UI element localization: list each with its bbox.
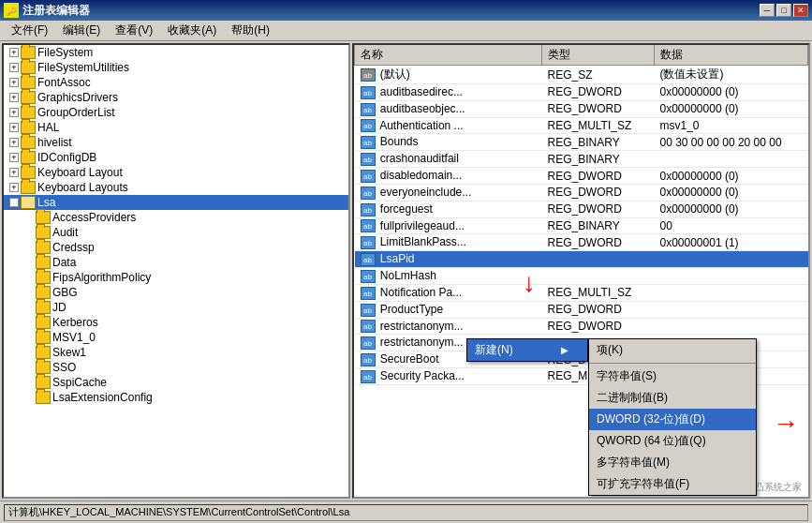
sub-ctx-item-string[interactable]: 字符串值(S) bbox=[589, 366, 756, 387]
table-row[interactable]: ab LimitBlankPass... REG_DWORD 0x0000000… bbox=[355, 234, 808, 251]
tree-item-gbg[interactable]: GBG bbox=[4, 285, 348, 300]
menu-favorites[interactable]: 收藏夹(A) bbox=[160, 21, 224, 40]
minimize-button[interactable]: ─ bbox=[760, 4, 775, 17]
tree-item-data[interactable]: Data bbox=[4, 255, 348, 270]
app-icon: 🔑 bbox=[4, 3, 19, 18]
tree-item-filesystemutils[interactable]: +FileSystemUtilities bbox=[4, 60, 348, 75]
sub-ctx-item-dword[interactable]: DWORD (32-位)值(D) bbox=[589, 409, 756, 430]
expand-btn[interactable]: + bbox=[9, 108, 19, 117]
sub-ctx-item-binary[interactable]: 二进制制值(B) bbox=[589, 387, 756, 409]
table-row[interactable]: ab restrictanonym... REG_DWORD bbox=[355, 318, 808, 335]
tree-pane[interactable]: +FileSystem+FileSystemUtilities+FontAsso… bbox=[2, 43, 350, 499]
table-row[interactable]: ab Notification Pa... REG_MULTI_SZ bbox=[355, 284, 808, 301]
sub-ctx-item-multistring[interactable]: 多字符串值(M) bbox=[589, 452, 756, 473]
title-bar: 🔑 注册表编辑器 ─ □ ✕ bbox=[0, 0, 812, 21]
expand-btn[interactable]: + bbox=[9, 48, 19, 57]
red-arrow-2: → bbox=[773, 409, 799, 439]
cell-data bbox=[655, 301, 808, 318]
col-data[interactable]: 数据 bbox=[655, 45, 808, 66]
cell-name: ab (默认) bbox=[355, 66, 542, 84]
close-button[interactable]: ✕ bbox=[793, 4, 808, 17]
expand-btn[interactable]: + bbox=[9, 93, 19, 102]
tree-label: Skew1 bbox=[52, 346, 86, 359]
tree-item-grouporderlist[interactable]: +GroupOrderList bbox=[4, 105, 348, 120]
cell-type bbox=[542, 268, 655, 285]
tree-label: LsaExtensionConfig bbox=[52, 391, 153, 404]
expand-btn[interactable]: + bbox=[9, 168, 19, 177]
tree-item-hivelist[interactable]: +hivelist bbox=[4, 135, 348, 150]
sub-ctx-item-k[interactable]: 项(K) bbox=[589, 339, 756, 361]
table-row[interactable]: ab (默认) REG_SZ (数值未设置) bbox=[355, 66, 808, 84]
col-type[interactable]: 类型 bbox=[542, 45, 655, 66]
reg-icon: ab bbox=[361, 86, 376, 99]
menu-bar: 文件(F) 编辑(E) 查看(V) 收藏夹(A) 帮助(H) bbox=[0, 21, 812, 41]
tree-item-graphicsdrivers[interactable]: +GraphicsDrivers bbox=[4, 90, 348, 105]
tree-label: Kerberos bbox=[52, 316, 98, 329]
col-name[interactable]: 名称 bbox=[355, 45, 542, 66]
menu-file[interactable]: 文件(F) bbox=[4, 21, 55, 40]
tree-item-fontassoc[interactable]: +FontAssoc bbox=[4, 75, 348, 90]
table-row[interactable]: ab disabledomain... REG_DWORD 0x00000000… bbox=[355, 168, 808, 185]
menu-view[interactable]: 查看(V) bbox=[108, 21, 160, 40]
sub-ctx-item-expandstring[interactable]: 可扩充字符串值(F) bbox=[589, 473, 756, 495]
collapse-btn[interactable]: − bbox=[9, 198, 19, 207]
tree-label: FipsAlgorithmPolicy bbox=[52, 271, 151, 284]
tree-item-fipsalgorithmpolicy[interactable]: FipsAlgorithmPolicy bbox=[4, 270, 348, 285]
menu-help[interactable]: 帮助(H) bbox=[224, 21, 277, 40]
table-row[interactable]: ab Authentication ... REG_MULTI_SZ msv1_… bbox=[355, 117, 808, 134]
tree-item-credssp[interactable]: Credssp bbox=[4, 240, 348, 255]
expand-btn[interactable]: + bbox=[9, 78, 19, 87]
table-row[interactable]: ab auditbaseobjec... REG_DWORD 0x0000000… bbox=[355, 100, 808, 117]
cell-name: ab LimitBlankPass... bbox=[355, 234, 542, 251]
tree-item-msv10[interactable]: MSV1_0 bbox=[4, 330, 348, 345]
tree-label: HAL bbox=[37, 121, 59, 134]
tree-item-accessproviders[interactable]: AccessProviders bbox=[4, 210, 348, 225]
cell-data bbox=[655, 284, 808, 301]
reg-icon: ab bbox=[361, 153, 376, 166]
table-row[interactable]: ab ProductType REG_DWORD bbox=[355, 301, 808, 318]
table-row[interactable]: ab auditbasedirec... REG_DWORD 0x0000000… bbox=[355, 84, 808, 101]
tree-item-lsaextensionconfig[interactable]: LsaExtensionConfig bbox=[4, 390, 348, 405]
expand-btn[interactable]: + bbox=[9, 123, 19, 132]
tree-item-keyboardlayouts[interactable]: +Keyboard Layouts bbox=[4, 180, 348, 195]
ctx-new[interactable]: 新建(N) ▶ bbox=[467, 339, 587, 361]
tree-item-sso[interactable]: SSO bbox=[4, 360, 348, 375]
table-row[interactable]: ab LsaPid bbox=[355, 251, 808, 268]
expand-btn[interactable]: + bbox=[9, 138, 19, 147]
tree-item-lsa[interactable]: −Lsa bbox=[4, 195, 348, 210]
cell-type: REG_DWORD bbox=[542, 168, 655, 185]
sub-ctx-item-qword[interactable]: QWORD (64 位)值(Q) bbox=[589, 430, 756, 452]
cell-data: 00 bbox=[655, 217, 808, 234]
menu-edit[interactable]: 编辑(E) bbox=[55, 21, 108, 40]
tree-item-filesystem[interactable]: +FileSystem bbox=[4, 45, 348, 60]
cell-data: 0x00000000 (0) bbox=[655, 100, 808, 117]
table-row[interactable]: ab crashonauditfail REG_BINARY bbox=[355, 151, 808, 168]
registry-pane[interactable]: 名称 类型 数据 ab (默认) REG_SZ (数值未设置) ab audit… bbox=[352, 43, 810, 499]
context-menu[interactable]: 新建(N) ▶ bbox=[466, 338, 588, 362]
expand-btn[interactable]: + bbox=[9, 183, 19, 192]
table-row[interactable]: ab forceguest REG_DWORD 0x00000000 (0) bbox=[355, 201, 808, 217]
reg-icon: ab bbox=[361, 253, 376, 266]
maximize-button[interactable]: □ bbox=[776, 4, 791, 17]
table-row[interactable]: ab NoLmHash bbox=[355, 268, 808, 285]
tree-item-ssocache[interactable]: SspiCache bbox=[4, 375, 348, 390]
reg-icon: ab bbox=[361, 370, 376, 383]
sub-context-menu[interactable]: 项(K) 字符串值(S) 二进制制值(B) DWORD (32-位)值(D) Q… bbox=[588, 338, 757, 496]
table-row[interactable]: ab fullprivilegeaud... REG_BINARY 00 bbox=[355, 217, 808, 234]
tree-item-hal[interactable]: +HAL bbox=[4, 120, 348, 135]
expand-btn[interactable]: + bbox=[9, 63, 19, 72]
tree-item-skew1[interactable]: Skew1 bbox=[4, 345, 348, 360]
tree-item-jd[interactable]: JD bbox=[4, 300, 348, 315]
reg-icon: ab bbox=[361, 304, 376, 317]
tree-item-idconfigdb[interactable]: +IDConfigDB bbox=[4, 150, 348, 165]
cell-type: REG_MULTI_SZ bbox=[542, 117, 655, 134]
tree-item-keyboardlayout[interactable]: +Keyboard Layout bbox=[4, 165, 348, 180]
tree-item-kerberos[interactable]: Kerberos bbox=[4, 315, 348, 330]
tree-item-audit[interactable]: Audit bbox=[4, 225, 348, 240]
table-row[interactable]: ab everyoneinclude... REG_DWORD 0x000000… bbox=[355, 184, 808, 201]
tree-label: Lsa bbox=[37, 196, 55, 209]
expand-btn[interactable]: + bbox=[9, 153, 19, 162]
reg-icon: ab bbox=[361, 270, 376, 283]
table-row[interactable]: ab Bounds REG_BINARY 00 30 00 00 00 20 0… bbox=[355, 134, 808, 151]
tree-label: FontAssoc bbox=[37, 76, 91, 89]
